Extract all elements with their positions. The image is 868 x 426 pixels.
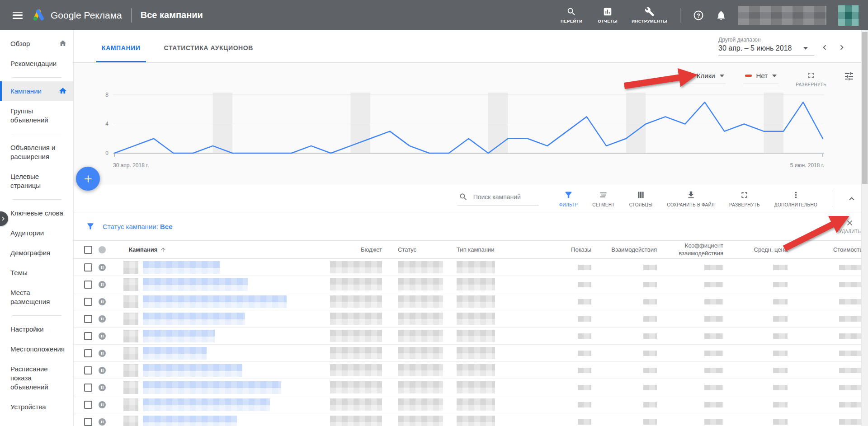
search-input[interactable] — [472, 193, 537, 201]
table-row[interactable] — [74, 379, 868, 396]
row-checkbox[interactable] — [84, 384, 92, 392]
sidebar-item-placements[interactable]: Места размещения — [0, 283, 73, 312]
campaign-search[interactable] — [457, 192, 538, 206]
row-checkbox[interactable] — [84, 366, 92, 375]
tab-campaigns[interactable]: КАМПАНИИ — [96, 44, 146, 62]
paused-status-icon[interactable] — [99, 367, 106, 374]
column-header-status[interactable]: Статус — [398, 246, 416, 253]
table-row[interactable] — [74, 293, 868, 310]
redacted-campaign-name — [143, 330, 215, 342]
sidebar-item-topics[interactable]: Темы — [0, 263, 73, 283]
sidebar-item-ad-schedule[interactable]: Расписание показа объявлений — [0, 359, 73, 397]
tools-button[interactable]: ИНСТРУМЕНТЫ — [632, 7, 667, 23]
account-info-redacted[interactable] — [738, 6, 826, 25]
select-all-checkbox[interactable] — [84, 246, 92, 254]
sidebar-item-demographics[interactable]: Демография — [0, 243, 73, 263]
table-row[interactable] — [74, 396, 868, 413]
sidebar-item-overview[interactable]: Обзор — [0, 34, 73, 54]
column-header-interactions[interactable]: Взаимодействия — [611, 246, 657, 253]
table-row[interactable] — [74, 328, 868, 345]
reports-button[interactable]: ОТЧЕТЫ — [595, 7, 620, 23]
active-filter-chip[interactable]: Статус кампании: Все — [103, 223, 173, 230]
goto-button[interactable]: ПЕРЕЙТИ — [559, 7, 584, 23]
row-checkbox[interactable] — [84, 418, 92, 426]
row-checkbox[interactable] — [84, 298, 92, 306]
sidebar-item-campaigns[interactable]: Кампании — [0, 81, 73, 101]
redacted-status — [398, 347, 443, 359]
chart-options-button[interactable] — [844, 71, 854, 82]
redacted-campaign-name — [143, 364, 242, 377]
date-range-selector[interactable]: Другой диапазон 30 апр. – 5 июнь 2018 — [718, 37, 814, 56]
help-button[interactable]: ? — [693, 10, 704, 21]
redacted-interaction-rate — [704, 419, 723, 425]
paused-status-icon[interactable] — [99, 298, 106, 305]
download-button[interactable]: СОХРАНИТЬ В ФАЙЛ — [667, 190, 715, 207]
paused-status-icon[interactable] — [99, 384, 106, 391]
remove-filter-label: УДАЛИТЬ — [839, 229, 861, 234]
redacted-interactions — [643, 385, 657, 390]
segment-button[interactable]: СЕГМЕНТ — [592, 190, 615, 207]
column-header-campaign[interactable]: Кампания — [123, 246, 166, 253]
sidebar-item-landing-pages[interactable]: Целевые страницы — [0, 167, 73, 196]
avatar[interactable] — [838, 5, 859, 26]
paused-status-icon[interactable] — [99, 315, 106, 323]
active-filter-bar: Статус кампании: Все УДАЛИТЬ — [74, 212, 868, 241]
row-checkbox[interactable] — [84, 263, 92, 272]
redacted-interactions — [643, 419, 657, 425]
row-checkbox[interactable] — [84, 349, 92, 357]
columns-button[interactable]: СТОЛБЦЫ — [629, 190, 653, 207]
paused-status-icon[interactable] — [99, 332, 106, 340]
expand-table-button[interactable]: РАЗВЕРНУТЬ — [729, 190, 760, 207]
scrollbar-thumb[interactable] — [862, 32, 868, 184]
column-header-campaign-type[interactable]: Тип кампании — [457, 246, 494, 253]
metric-primary-dropdown[interactable]: Клики — [684, 69, 726, 84]
sidebar-item-devices[interactable]: Устройства — [0, 397, 73, 417]
sidebar-item-label: Расписание показа объявлений — [10, 365, 67, 392]
paused-status-icon[interactable] — [99, 281, 106, 288]
sidebar-item-recommendations[interactable]: Рекомендации — [0, 54, 73, 74]
column-header-avg-cost[interactable]: Средн. цена — [754, 246, 788, 253]
row-checkbox[interactable] — [84, 281, 92, 289]
redacted-avg-cost — [773, 351, 788, 356]
column-header-impressions[interactable]: Показы — [571, 246, 591, 253]
table-row[interactable] — [74, 345, 868, 362]
menu-icon[interactable] — [13, 12, 23, 19]
paused-status-icon[interactable] — [99, 350, 106, 357]
redacted-cell — [123, 330, 138, 342]
redacted-cost — [839, 282, 863, 287]
row-checkbox[interactable] — [84, 315, 92, 323]
sidebar-item-ads-extensions[interactable]: Объявления и расширения — [0, 138, 73, 167]
more-button[interactable]: ДОПОЛНИТЕЛЬНО — [774, 190, 817, 207]
sidebar-item-ad-groups[interactable]: Группы объявлений — [0, 101, 73, 130]
row-checkbox[interactable] — [84, 332, 92, 340]
table-row[interactable] — [74, 276, 868, 293]
column-header-interaction-rate[interactable]: Коэффициент взаимодействия — [673, 242, 723, 257]
tab-auction-insights[interactable]: СТАТИСТИКА АУКЦИОНОВ — [159, 44, 259, 62]
table-row[interactable] — [74, 310, 868, 328]
paused-status-icon[interactable] — [99, 401, 106, 408]
collapse-panel-button[interactable] — [847, 194, 857, 204]
chart-expand-button[interactable]: РАЗВЕРНУТЬ — [796, 71, 826, 87]
redacted-cell — [123, 381, 138, 394]
notifications-button[interactable] — [716, 10, 726, 21]
window-scrollbar[interactable] — [861, 30, 868, 426]
metric-secondary-dropdown[interactable]: Нет — [743, 69, 779, 84]
table-row[interactable] — [74, 362, 868, 379]
sidebar-item-settings[interactable]: Настройки — [0, 319, 73, 339]
paused-status-icon[interactable] — [99, 418, 106, 426]
column-header-cost[interactable]: Стоимость — [833, 246, 863, 253]
date-next-button[interactable] — [835, 42, 849, 56]
table-row[interactable] — [74, 413, 868, 426]
remove-filter-button[interactable]: УДАЛИТЬ — [839, 219, 861, 234]
table-row[interactable] — [74, 259, 868, 276]
date-prev-button[interactable] — [818, 42, 831, 56]
sidebar-item-keywords[interactable]: Ключевые слова — [0, 203, 73, 223]
sidebar-item-locations[interactable]: Местоположения — [0, 339, 73, 359]
row-checkbox[interactable] — [84, 401, 92, 409]
new-campaign-fab[interactable] — [76, 167, 100, 191]
filter-button[interactable]: ФИЛЬТР — [559, 190, 578, 207]
paused-status-icon[interactable] — [99, 264, 106, 271]
google-ads-logo-icon[interactable] — [32, 9, 45, 21]
sidebar-item-audiences[interactable]: Аудитории — [0, 223, 73, 243]
column-header-budget[interactable]: Бюджет — [361, 246, 382, 253]
